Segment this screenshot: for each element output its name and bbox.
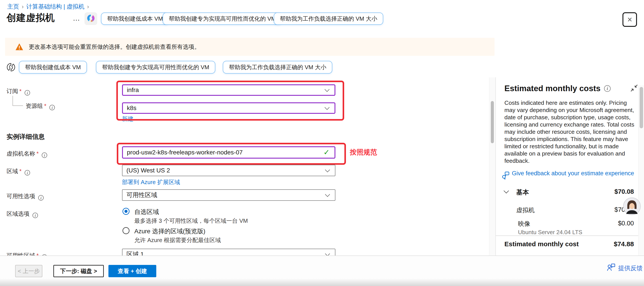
page-title: 创建虚拟机	[6, 12, 55, 24]
cost-item-image-label: 映像	[518, 220, 530, 228]
chevron-down-icon[interactable]	[504, 189, 508, 193]
cost-total-divider	[496, 235, 644, 236]
next-disks-button[interactable]: 下一步: 磁盘 >	[53, 265, 104, 277]
radio-azure-selected-zone-label[interactable]: Azure 选择的区域(预览版)	[134, 227, 206, 235]
panel-divider	[496, 77, 496, 255]
copilot-outline-icon	[6, 62, 16, 73]
radio-self-selected-zone-desc: 最多选择 3 个可用性区域，每个区域一台 VM	[134, 217, 248, 225]
suggestion-vm-size-button-2[interactable]: 帮助我为工作负载选择正确的 VM 大小	[223, 61, 332, 74]
warning-banner-text: 更改基本选项可能会重置所做的选择。创建虚拟机前查看所有选项。	[29, 43, 200, 51]
cost-item-image-amount: $0.00	[593, 220, 634, 227]
estimate-feedback-link[interactable]: Give feedback about your estimate experi…	[502, 170, 635, 181]
previous-button[interactable]: < 上一步	[15, 265, 42, 277]
region-label: 区域*i	[6, 167, 30, 175]
close-icon: ×	[627, 15, 632, 24]
resource-group-dropdown[interactable]: k8s	[122, 102, 336, 114]
panel-scrollbar-track[interactable]	[638, 85, 644, 255]
cost-item-vm-label: 虚拟机	[516, 206, 535, 214]
create-vm-page: 主页 › 计算基础结构 | 虚拟机 › 创建虚拟机 ⋯ 帮助我创建低成本	[0, 0, 644, 286]
tree-connector-horizontal	[12, 105, 23, 106]
collapse-panel-icon[interactable]	[630, 84, 639, 94]
suggestion-high-availability-button[interactable]: 帮助我创建专为实现高可用性而优化的 VM	[163, 13, 282, 25]
vm-name-annotation: 按照规范	[350, 148, 377, 157]
vm-name-label: 虚拟机名称*i	[6, 150, 47, 158]
breadcrumb: 主页 › 计算基础结构 | 虚拟机 ›	[7, 3, 92, 11]
resource-group-label: 资源组*i	[26, 102, 55, 110]
info-icon[interactable]: i	[50, 105, 55, 110]
region-dropdown[interactable]: (US) West US 2	[122, 165, 336, 176]
radio-azure-selected-zone-desc: 允许 Azure 根据需要分配最佳区域	[134, 236, 221, 244]
overflow-menu-icon[interactable]: ⋯	[73, 16, 80, 24]
warning-banner: 更改基本选项可能会重置所做的选择。创建虚拟机前查看所有选项。	[5, 38, 494, 56]
panel-scrollbar-thumb[interactable]	[640, 87, 643, 128]
cost-item-image-sub: Ubuntu Server 24.04 LTS	[518, 229, 582, 236]
deploy-edge-zone-link[interactable]: 部署到 Azure 扩展区域	[122, 178, 180, 186]
info-icon[interactable]: i	[604, 85, 611, 92]
radio-self-selected-zone-label[interactable]: 自选区域	[134, 208, 159, 216]
info-icon[interactable]: i	[32, 213, 38, 218]
tree-connector-vertical	[12, 96, 13, 106]
cost-panel-description: Costs indicated here are estimates only.…	[504, 99, 634, 165]
info-icon[interactable]: i	[42, 152, 47, 158]
instance-details-section-title: 实例详细信息	[6, 132, 45, 141]
create-new-resource-group-link[interactable]: 新建	[122, 115, 134, 123]
cost-group-basic-amount: $70.08	[593, 188, 634, 195]
chevron-down-icon	[325, 192, 330, 197]
availability-options-label: 可用性选项i	[6, 192, 44, 201]
feedback-bubbles-icon	[502, 171, 510, 181]
suggestion-high-availability-button-2[interactable]: 帮助我创建专为实现高可用性而优化的 VM	[96, 61, 215, 74]
feedback-link[interactable]: 提供反馈	[604, 263, 643, 273]
valid-check-icon: ✓	[324, 148, 330, 157]
chevron-down-icon	[325, 87, 330, 92]
cost-group-basic-label[interactable]: 基本	[516, 188, 529, 197]
info-icon[interactable]: i	[24, 170, 30, 175]
copilot-icon	[86, 14, 96, 24]
zone-options-label: 区域选项i	[6, 210, 38, 218]
subscription-label: 订阅*i	[6, 87, 30, 96]
info-icon[interactable]: i	[38, 195, 44, 201]
breadcrumb-separator-icon: ›	[19, 3, 26, 10]
footer-bar: < 上一步 下一步: 磁盘 > 查看 + 创建 提供反馈	[0, 255, 644, 286]
suggestion-vm-size-button[interactable]: 帮助我为工作负载选择正确的 VM 大小	[274, 13, 383, 25]
vm-name-input[interactable]: prod-usw2-k8s-freeleaps-worker-nodes-07 …	[122, 146, 336, 159]
feedback-person-icon	[607, 263, 616, 273]
cost-panel-title: Estimated monthly costs	[504, 84, 600, 93]
cost-panel-header: Estimated monthly costs i	[504, 84, 611, 93]
suggestion-low-cost-vm-button-2[interactable]: 帮助我创建低成本 VM	[19, 61, 87, 74]
avatar[interactable]	[623, 197, 641, 215]
main-scrollbar-track[interactable]	[489, 77, 496, 255]
warning-icon	[15, 43, 24, 51]
info-icon[interactable]: i	[24, 90, 30, 96]
breadcrumb-home-link[interactable]: 主页	[7, 3, 19, 11]
breadcrumb-separator-icon: ›	[84, 3, 92, 10]
breadcrumb-section-link[interactable]: 计算基础结构 | 虚拟机	[26, 3, 84, 11]
review-create-button[interactable]: 查看 + 创建	[108, 265, 156, 277]
radio-azure-selected-zone[interactable]	[122, 227, 130, 234]
availability-options-dropdown[interactable]: 可用性区域	[122, 189, 336, 201]
chevron-down-icon	[325, 167, 330, 172]
copilot-button[interactable]	[84, 12, 97, 25]
close-button[interactable]: ×	[622, 12, 637, 27]
main-scrollbar-thumb[interactable]	[491, 101, 494, 143]
estimated-monthly-cost-amount: $74.88	[593, 240, 634, 248]
chevron-down-icon	[325, 105, 330, 110]
radio-self-selected-zone[interactable]	[122, 208, 130, 215]
suggestion-low-cost-vm-button[interactable]: 帮助我创建低成本 VM	[101, 13, 169, 25]
estimated-monthly-cost-label: Estimated monthly cost	[504, 240, 578, 248]
subscription-dropdown[interactable]: infra	[122, 84, 336, 96]
